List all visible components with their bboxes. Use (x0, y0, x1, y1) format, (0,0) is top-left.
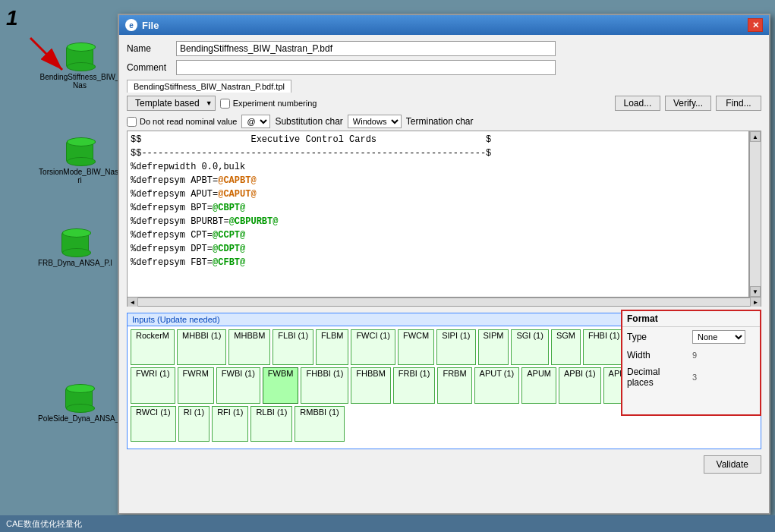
validate-button[interactable]: Validate (704, 455, 761, 474)
tab-bar: BendingStiffness_BIW_Nastran_P.bdf.tpl (127, 80, 761, 93)
node-label-1: BendingStiffness_BIW_Nas (38, 73, 121, 90)
bottom-bar: CAE数值优化轻量化 (0, 515, 775, 532)
tab-tpl[interactable]: BendingStiffness_BIW_Nastran_P.bdf.tpl (127, 80, 291, 93)
find-button[interactable]: Find... (716, 96, 761, 111)
input-tag-frbm[interactable]: FRBM (437, 367, 471, 403)
input-tag-apum[interactable]: APUM (521, 367, 556, 403)
load-button[interactable]: Load... (615, 96, 660, 111)
sidebar: BendingStiffness_BIW_Nas TorsionMode_BIW… (0, 0, 121, 532)
code-line-2: %defrepwidth 0.0,bulk (131, 160, 733, 174)
validate-row: Validate (127, 455, 761, 474)
code-line-7: %defrepsym CPT=@CCPT@ (131, 228, 733, 242)
sidebar-item-torsion[interactable]: TorsionMode_BIW_Nastri (38, 140, 121, 184)
decimal-row: Decimal places 3 (622, 364, 760, 391)
comment-label: Comment (127, 62, 176, 73)
input-tag-mhbbm[interactable]: MHBBM (228, 329, 270, 365)
code-line-3: %defrepsym APBT=@CAPBT@ (131, 174, 733, 187)
watermark-text: CAE数值优化轻量化 (6, 518, 82, 530)
input-tag-mhbbi1[interactable]: MHBBI (1) (177, 329, 226, 365)
node-cylinder-4 (65, 387, 93, 410)
width-row: Width 9 (622, 347, 760, 364)
name-row: Name (127, 41, 761, 56)
format-panel: Format Type None Width 9 Decimal places … (621, 310, 761, 416)
width-label: Width (627, 350, 688, 360)
right-buttons: Load... Verify... Find... (615, 96, 761, 111)
exp-numbering-checkbox[interactable] (220, 99, 230, 109)
input-tag-fhbi1[interactable]: FHBI (1) (583, 329, 625, 365)
code-line-1: $$--------------------------------------… (131, 146, 733, 160)
scroll-left-arrow[interactable]: ◄ (128, 297, 138, 307)
input-tag-fwri1[interactable]: FWRI (1) (131, 367, 175, 403)
code-line-4: %defrepsym APUT=@CAPUT@ (131, 187, 733, 201)
annotation-1: 1 (6, 6, 18, 30)
input-tag-apbi1[interactable]: APBI (1) (559, 367, 601, 403)
input-tag-fhbbm[interactable]: FHBBM (351, 367, 391, 403)
input-tag-aput1[interactable]: APUT (1) (474, 367, 520, 403)
toolbar-row-1: Template based ▼ Experiment numbering Lo… (127, 96, 761, 111)
no-nominal-label: Do not read nominal value (127, 117, 237, 127)
input-tag-rockerM[interactable]: RockerM (131, 329, 175, 365)
dialog-icon: e (125, 19, 137, 31)
code-line-0: $$ Executive Control Cards $ (131, 133, 733, 146)
input-tag-flbm[interactable]: FLBM (316, 329, 348, 365)
input-tag-sgm[interactable]: SGM (551, 329, 581, 365)
code-line-5: %defrepsym BPT=@CBPT@ (131, 201, 733, 215)
dialog-close-button[interactable]: ✕ (748, 18, 763, 32)
type-label: Type (627, 332, 688, 342)
dialog-file: e File ✕ Name Comment BendingStiffness_B… (118, 14, 770, 515)
input-tag-fwbm[interactable]: FWBM (263, 367, 299, 403)
dialog-title: File (142, 20, 748, 31)
termination-label: Termination char (406, 116, 474, 127)
scroll-up-arrow[interactable]: ▲ (750, 131, 761, 142)
verify-button[interactable]: Verify... (665, 96, 711, 111)
input-tag-flbi1[interactable]: FLBI (1) (273, 329, 313, 365)
name-input[interactable] (176, 41, 556, 56)
toolbar-row-2: Do not read nominal value @ Substitution… (127, 115, 761, 128)
comment-row: Comment (127, 60, 761, 75)
input-tag-sgi1[interactable]: SGI (1) (511, 329, 548, 365)
input-tag-fwrm[interactable]: FWRM (178, 367, 214, 403)
code-editor[interactable]: $$ Executive Control Cards $ $$---------… (127, 131, 749, 297)
input-tag-ri1[interactable]: RI (1) (178, 406, 210, 442)
code-scrollbar[interactable]: ▲ ▼ (749, 131, 761, 297)
dialog-titlebar: e File ✕ (119, 15, 769, 35)
input-tag-fwci1[interactable]: FWCI (1) (351, 329, 395, 365)
node-cylinder-1 (66, 46, 93, 68)
node-label-4: PoleSide_Dyna_ANSA_ (38, 414, 119, 423)
name-label: Name (127, 43, 176, 54)
input-tag-sipm[interactable]: SIPM (478, 329, 509, 365)
input-tag-fwcm[interactable]: FWCM (398, 329, 434, 365)
input-tag-rmbbi1[interactable]: RMBBI (1) (295, 406, 344, 442)
input-tag-sipi1[interactable]: SIPI (1) (436, 329, 475, 365)
type-select[interactable]: None (692, 330, 745, 344)
input-tag-rlbi1[interactable]: RLBI (1) (250, 406, 292, 442)
template-based-button[interactable]: Template based (127, 96, 216, 111)
no-nominal-checkbox[interactable] (127, 117, 137, 127)
code-line-9: %defrepsym FBT=@CFBT@ (131, 256, 733, 269)
scroll-right-arrow[interactable]: ► (750, 297, 761, 307)
decimal-value: 3 (692, 373, 697, 382)
sidebar-item-frb[interactable]: FRB_Dyna_ANSA_P.l (38, 231, 112, 267)
input-tag-rwci1[interactable]: RWCI (1) (131, 406, 176, 442)
subst-char-label: Substitution char (275, 116, 342, 127)
code-hscrollbar[interactable]: ◄ ► (127, 297, 761, 307)
comment-input[interactable] (176, 60, 556, 75)
type-row: Type None (622, 327, 760, 347)
input-tag-fwbi1[interactable]: FWBI (1) (216, 367, 260, 403)
input-tag-rfi1[interactable]: RFI (1) (212, 406, 248, 442)
sidebar-item-poleside[interactable]: PoleSide_Dyna_ANSA_ (38, 387, 119, 423)
node-cylinder-2 (66, 140, 93, 163)
code-line-6: %defrepsym BPURBT=@CBPURBT@ (131, 215, 733, 228)
windows-select[interactable]: Windows (348, 115, 402, 128)
decimal-label: Decimal places (627, 367, 688, 388)
bottom-section: Inputs (Update needed) RockerM MHBBI (1)… (127, 310, 761, 449)
code-section: $$ Executive Control Cards $ $$---------… (127, 131, 761, 297)
input-tag-frbi1[interactable]: FRBI (1) (393, 367, 436, 403)
scroll-down-arrow[interactable]: ▼ (750, 286, 761, 297)
subst-char-select[interactable]: @ (241, 115, 270, 128)
width-value: 9 (692, 351, 697, 360)
code-line-8: %defrepsym DPT=@CDPT@ (131, 242, 733, 256)
sidebar-item-bending[interactable]: BendingStiffness_BIW_Nas (38, 46, 121, 90)
input-tag-fhbbi1[interactable]: FHBBI (1) (301, 367, 348, 403)
format-title: Format (622, 311, 760, 327)
